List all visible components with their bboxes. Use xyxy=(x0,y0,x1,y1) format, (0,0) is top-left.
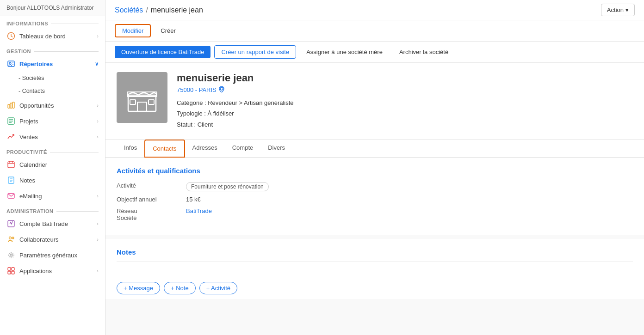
projets-icon xyxy=(6,116,16,126)
chevron-applications: › xyxy=(97,268,99,274)
notes-icon xyxy=(6,176,16,185)
tab-infos[interactable]: Infos xyxy=(117,140,144,158)
svg-rect-32 xyxy=(149,100,154,104)
field-value-objectif: 15 k€ xyxy=(186,196,633,203)
svg-point-2 xyxy=(9,62,11,64)
compte-icon xyxy=(6,219,16,228)
batitrade-link[interactable]: BatiTrade xyxy=(186,207,212,214)
chevron-emailing: › xyxy=(97,193,99,199)
calendar-icon xyxy=(6,160,16,169)
sidebar-item-ventes[interactable]: Ventes › xyxy=(0,129,105,145)
sidebar-label-contacts: - Contacts xyxy=(19,88,45,94)
sidebar-item-societes[interactable]: - Sociétés xyxy=(0,72,105,85)
settings-icon xyxy=(6,250,16,260)
svg-point-24 xyxy=(10,254,12,256)
field-label-objectif: Objectif annuel xyxy=(117,196,186,203)
btn-creer-rapport[interactable]: Créer un rapport de visite xyxy=(214,45,296,59)
location-pin-icon xyxy=(218,86,225,94)
sidebar-item-compte-batitrade[interactable]: Compte BatiTrade › xyxy=(0,216,105,231)
sidebar-item-tableaux-de-bord[interactable]: Tableaux de bord › xyxy=(0,28,105,44)
svg-rect-31 xyxy=(130,100,136,104)
contacts-icon xyxy=(6,59,16,68)
btn-note[interactable]: + Note xyxy=(164,282,196,294)
sidebar-label-notes: Notes xyxy=(19,177,35,184)
svg-rect-27 xyxy=(8,271,11,274)
company-location: 75000 - PARIS xyxy=(177,86,633,94)
category-label: Catégorie : xyxy=(177,99,206,106)
action-dropdown-button[interactable]: Action ▾ xyxy=(601,4,635,16)
btn-message[interactable]: + Message xyxy=(117,282,160,294)
sidebar-label-opportunites: Opportunités xyxy=(19,102,54,109)
svg-rect-26 xyxy=(12,268,14,270)
action-chevron-icon: ▾ xyxy=(625,6,629,13)
activites-title: Activités et qualifications xyxy=(117,167,633,175)
field-label-activite: Activité xyxy=(117,182,186,189)
breadcrumb-current: menuiserie jean xyxy=(151,6,203,14)
svg-rect-6 xyxy=(10,103,12,108)
sidebar-item-parametres[interactable]: Paramètres généraux xyxy=(0,247,105,263)
field-label-reseau: Réseau Société xyxy=(117,207,186,221)
section-productivite: PRODUCTIVITÉ xyxy=(0,145,105,157)
field-objectif: Objectif annuel 15 k€ xyxy=(117,196,633,203)
main-content: Sociétés / menuiserie jean Action ▾ Modi… xyxy=(105,0,644,335)
creer-button[interactable]: Créer xyxy=(154,24,183,37)
typology-label: Typologie : xyxy=(177,110,206,117)
sidebar-item-repertoires[interactable]: Répertoires ∨ xyxy=(0,56,105,72)
notes-divider xyxy=(117,262,633,262)
typology-value: À fidéliser xyxy=(208,110,234,117)
sidebar-item-projets[interactable]: Projets › xyxy=(0,113,105,129)
topbar: Sociétés / menuiserie jean Action ▾ xyxy=(105,0,644,20)
sidebar-item-emailing[interactable]: eMailing › xyxy=(0,188,105,204)
company-logo xyxy=(117,72,167,123)
sidebar-label-ventes: Ventes xyxy=(19,134,38,140)
sidebar-item-applications[interactable]: Applications › xyxy=(0,263,105,279)
company-name: menuiserie jean xyxy=(177,72,633,84)
sidebar-label-compte: Compte BatiTrade xyxy=(19,220,68,227)
tab-adresses[interactable]: Adresses xyxy=(185,140,225,158)
ventes-icon xyxy=(6,132,16,141)
tab-divers[interactable]: Divers xyxy=(260,140,292,158)
svg-rect-12 xyxy=(8,162,14,168)
sidebar-item-contacts[interactable]: - Contacts xyxy=(0,85,105,97)
applications-icon xyxy=(6,266,16,275)
tab-contacts[interactable]: Contacts xyxy=(144,140,185,158)
btn-activite[interactable]: + Activité xyxy=(199,282,237,294)
modifier-button[interactable]: Modifier xyxy=(115,24,151,37)
field-activite: Activité Fourniture et pose rénovation xyxy=(117,182,633,191)
section-gestion: GESTION xyxy=(0,44,105,56)
sidebar-item-notes[interactable]: Notes xyxy=(0,172,105,188)
sidebar-label-emailing: eMailing xyxy=(19,193,42,200)
svg-point-22 xyxy=(9,237,12,239)
sidebar-label-repertoires: Répertoires xyxy=(19,61,53,67)
location-text: 75000 - PARIS xyxy=(177,86,217,93)
content-area: menuiserie jean 75000 - PARIS Catégorie … xyxy=(105,63,644,335)
sidebar-item-calendrier[interactable]: Calendrier xyxy=(0,157,105,172)
action-label: Action xyxy=(607,6,624,13)
clock-icon xyxy=(6,31,16,41)
sidebar-label-applications: Applications xyxy=(19,268,52,274)
sidebar-label-collaborateurs: Collaborateurs xyxy=(19,236,59,243)
field-reseau-societe: Réseau Société BatiTrade xyxy=(117,207,633,221)
btn-ouverture-licence[interactable]: Ouverture de licence BatiTrade xyxy=(115,46,211,58)
svg-point-23 xyxy=(12,237,14,239)
svg-point-34 xyxy=(220,87,223,90)
btn-archiver-societe[interactable]: Archiver la société xyxy=(393,46,455,58)
sidebar-item-opportunites[interactable]: Opportunités › xyxy=(0,97,105,113)
tab-compte[interactable]: Compte xyxy=(225,140,261,158)
collaborateurs-icon xyxy=(6,235,16,244)
breadcrumb-link[interactable]: Sociétés xyxy=(115,6,143,14)
breadcrumb: Sociétés / menuiserie jean xyxy=(115,6,601,14)
sidebar-label-societes: - Sociétés xyxy=(19,75,44,81)
sidebar-label-calendrier: Calendrier xyxy=(19,161,47,168)
action-bar: Ouverture de licence BatiTrade Créer un … xyxy=(105,42,644,63)
sidebar-label-projets: Projets xyxy=(19,118,38,125)
btn-assigner-societe[interactable]: Assigner à une société mère xyxy=(300,46,389,58)
notes-title: Notes xyxy=(117,248,633,256)
chevron-repertoires: ∨ xyxy=(95,61,99,67)
activite-tag: Fourniture et pose rénovation xyxy=(186,182,269,191)
svg-rect-29 xyxy=(128,95,156,111)
notes-section: Notes xyxy=(105,239,644,277)
sidebar-item-collaborateurs[interactable]: Collaborateurs › xyxy=(0,231,105,247)
sidebar: Bonjour ALLOTOOLS Administrator INFORMAT… xyxy=(0,0,105,335)
breadcrumb-separator: / xyxy=(146,6,148,14)
